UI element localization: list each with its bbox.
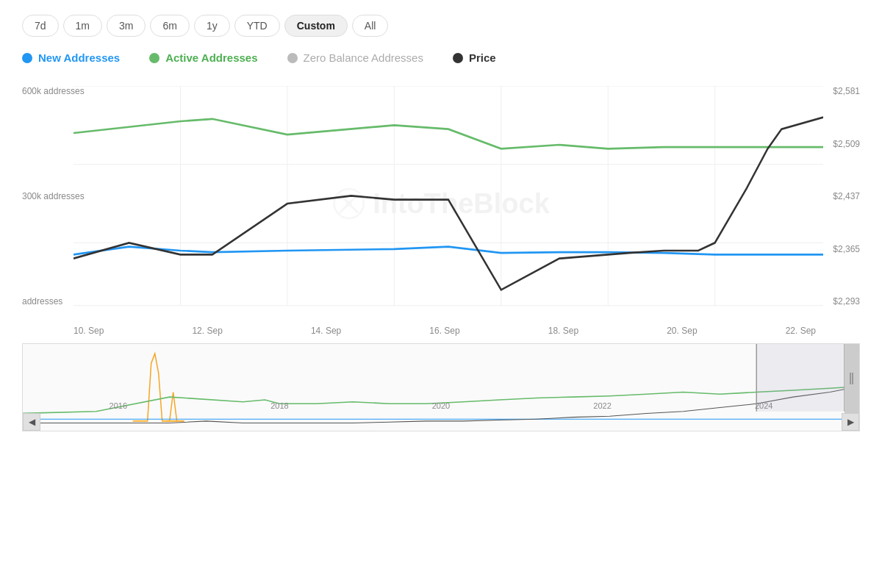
x-label-sep12: 12. Sep: [192, 326, 222, 336]
y-price-2293: $2,293: [833, 296, 860, 306]
legend-dot-active: [149, 53, 159, 63]
chart-legend: New Addresses Active Addresses Zero Bala…: [22, 51, 860, 64]
nav-year-2020: 2020: [432, 401, 450, 410]
legend-label-zero: Zero Balance Addresses: [304, 51, 423, 64]
nav-scroll-right-button[interactable]: ▶: [842, 413, 859, 431]
legend-label-price: Price: [469, 51, 496, 64]
new-addresses-line: [74, 247, 823, 255]
time-range-selector: 7d 1m 3m 6m 1y YTD Custom All: [22, 15, 860, 37]
time-btn-custom[interactable]: Custom: [284, 15, 348, 37]
nav-year-labels: 2016 2018 2020 2022 2024: [23, 401, 859, 410]
x-label-sep18: 18. Sep: [548, 326, 578, 336]
nav-scroll-left-button[interactable]: ◀: [23, 413, 40, 431]
active-addresses-line: [74, 119, 823, 149]
y-price-2581: $2,581: [833, 86, 860, 96]
time-btn-1y[interactable]: 1y: [194, 15, 230, 37]
chart-svg: [74, 86, 823, 321]
legend-item-zero-balance[interactable]: Zero Balance Addresses: [287, 51, 423, 64]
nav-year-2024: 2024: [755, 401, 772, 410]
time-btn-1m[interactable]: 1m: [63, 15, 102, 37]
nav-year-2018: 2018: [270, 401, 288, 410]
legend-dot-zero: [287, 53, 298, 63]
x-label-sep16: 16. Sep: [429, 326, 459, 336]
navigator[interactable]: 2016 2018 2020 2022 2024 ◀ ▶: [22, 343, 860, 431]
y-price-2509: $2,509: [833, 139, 860, 149]
legend-item-price[interactable]: Price: [453, 51, 496, 64]
legend-dot-price: [453, 53, 463, 63]
y-axis-right: $2,581 $2,509 $2,437 $2,365 $2,293: [833, 86, 860, 321]
nav-drag-handle[interactable]: [845, 344, 859, 413]
main-chart[interactable]: 600k addresses 300k addresses addresses …: [22, 86, 860, 321]
nav-svg: [23, 344, 859, 431]
legend-item-active-addresses[interactable]: Active Addresses: [149, 51, 257, 64]
y-price-2365: $2,365: [833, 244, 860, 254]
legend-label-new: New Addresses: [38, 51, 120, 64]
x-label-sep14: 14. Sep: [311, 326, 341, 336]
x-label-sep10: 10. Sep: [74, 326, 104, 336]
x-label-sep22: 22. Sep: [786, 326, 816, 336]
time-btn-6m[interactable]: 6m: [150, 15, 189, 37]
y-price-2437: $2,437: [833, 191, 860, 201]
nav-year-2022: 2022: [593, 401, 611, 410]
price-line: [74, 118, 823, 290]
legend-dot-new: [22, 53, 32, 63]
legend-label-active: Active Addresses: [165, 51, 257, 64]
legend-item-new-addresses[interactable]: New Addresses: [22, 51, 120, 64]
time-btn-7d[interactable]: 7d: [22, 15, 59, 37]
time-btn-all[interactable]: All: [352, 15, 389, 37]
chart-wrapper: 600k addresses 300k addresses addresses …: [22, 86, 860, 431]
x-label-sep20: 20. Sep: [667, 326, 697, 336]
nav-year-2016: 2016: [110, 401, 127, 410]
time-btn-3m[interactable]: 3m: [107, 15, 146, 37]
time-btn-ytd[interactable]: YTD: [234, 15, 280, 37]
x-axis: 10. Sep 12. Sep 14. Sep 16. Sep 18. Sep …: [22, 321, 860, 336]
